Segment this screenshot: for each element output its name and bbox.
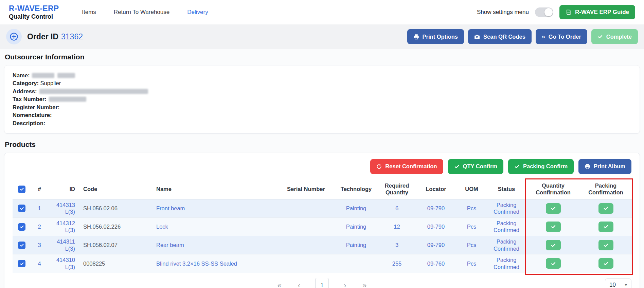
printer-icon [585,164,590,169]
cell-required-quantity: 3 [379,236,415,254]
row-checkbox[interactable] [18,260,25,267]
settings-toggle-label: Show settings menu [477,9,529,16]
main-content: Outsourcer Information Name: Category: S… [0,53,644,288]
outsourcer-category-line: Category: Supplier [13,79,631,87]
print-options-label: Print Options [423,34,458,40]
col-header-name: Name [152,179,279,199]
check-icon [454,164,460,169]
nav-links: Items Return To Warehouse Delivery [82,9,208,16]
cell-required-quantity: 12 [379,217,415,236]
packing-confirmation-button[interactable] [598,203,613,214]
row-checkbox[interactable] [18,242,25,249]
category-value: Supplier [40,80,61,86]
cell-uom: Pcs [457,199,486,217]
cell-id: 414313 L(3) [48,199,79,217]
print-album-button[interactable]: Print Album [578,159,631,174]
col-header-quantity-confirmation: Quantity Confirmation [527,179,579,199]
cell-uom: Pcs [457,254,486,273]
product-actions: Reset Confirmation QTY Confirm Packing C… [13,159,631,174]
cell-name[interactable]: Front beam [152,199,279,217]
packing-confirmation-button[interactable] [598,258,613,269]
previous-page-button[interactable]: ‹ [297,282,302,288]
select-all-checkbox[interactable] [18,186,25,193]
order-id-label: Order ID [27,32,58,41]
next-page-button[interactable]: › [342,282,347,288]
nav-item-delivery[interactable]: Delivery [187,9,208,16]
print-options-button[interactable]: Print Options [407,29,464,44]
circle-plus-icon[interactable] [6,29,22,44]
brand-block[interactable]: R-WAVE-ERP Quality Control [9,4,59,20]
category-label: Category: [13,80,39,86]
quantity-confirmation-button[interactable] [546,203,561,214]
cell-name[interactable]: Blind rivet 3.2×16 SS-SS Sealed [152,254,279,273]
outsourcer-name-line: Name: [13,72,631,79]
outsourcer-tax-line: Tax Number: [13,95,631,103]
table-row: 3 414311 L(3) SH.056.02.07 Rear beam Pai… [13,236,632,254]
quantity-confirmation-button[interactable] [546,258,561,269]
cell-id: 414310 L(3) [48,254,79,273]
chevron-down-icon: ▾ [625,282,627,287]
cell-id: 414311 L(3) [48,236,79,254]
page-size-select[interactable]: 10 ▾ [605,279,631,288]
col-header-uom: UOM [457,179,486,199]
quantity-confirmation-button[interactable] [546,240,561,250]
register-number-label: Register Number: [13,104,59,110]
qty-confirm-label: QTY Confirm [463,163,497,170]
cell-locator: 09-790 [415,217,457,236]
cell-technology: Painting [333,236,379,254]
cell-uom: Pcs [457,236,486,254]
page-size-value: 10 [609,282,616,288]
cell-id: 414312 L(3) [48,217,79,236]
outsourcer-card: Name: Category: Supplier Address: Tax Nu… [4,65,640,134]
first-page-button[interactable]: « [276,282,283,288]
scan-qr-codes-button[interactable]: Scan QR Codes [468,29,532,44]
check-icon [514,164,520,169]
quantity-confirmation-button[interactable] [546,222,561,232]
double-chevron-icon: » [542,34,545,40]
outsourcer-address-line: Address: [13,88,631,95]
last-page-button[interactable]: » [361,282,368,288]
settings-toggle[interactable] [535,7,553,17]
outsourcer-nomenclature-line: Nomenclature: [13,111,631,119]
outsourcer-section-title: Outsourcer Information [5,53,639,61]
cell-locator: 09-760 [415,254,457,273]
order-id-value[interactable]: 31362 [61,32,83,41]
outsourcer-description-line: Description: [13,119,631,127]
packing-confirmation-button[interactable] [598,240,613,250]
cell-name[interactable]: Lock [152,217,279,236]
page: R-WAVE-ERP Quality Control Items Return … [0,0,644,288]
toggle-knob [544,8,553,16]
cell-required-quantity: 255 [379,254,415,273]
table-header-row: # ID Code Name Serial Number Technology … [13,179,632,199]
scan-qr-codes-label: Scan QR Codes [483,34,525,40]
brand-title: R-WAVE-ERP [9,4,59,13]
row-checkbox[interactable] [18,205,25,212]
col-header-status: Status [486,179,527,199]
cell-row-number: 2 [31,217,48,236]
reset-confirmation-button[interactable]: Reset Confirmation [370,159,443,174]
row-checkbox[interactable] [18,223,25,231]
cell-name[interactable]: Rear beam [152,236,279,254]
current-page[interactable]: 1 [315,278,329,288]
col-header-locator: Locator [415,179,457,199]
description-label: Description: [13,120,45,126]
go-to-order-button[interactable]: » Go To Order [536,29,587,44]
packing-confirm-button[interactable]: Packing Confirm [508,159,574,174]
packing-confirmation-button[interactable] [598,222,613,232]
top-navbar: R-WAVE-ERP Quality Control Items Return … [0,0,644,24]
table-row: 1 414313 L(3) SH.056.02.06 Front beam Pa… [13,199,632,217]
col-header-packing-confirmation: Packing Confirmation [579,179,632,199]
cell-technology: Painting [333,217,379,236]
pagination: « ‹ 1 › » 10 ▾ [13,277,631,288]
products-table-wrap: # ID Code Name Serial Number Technology … [13,179,631,273]
cell-serial-number [279,236,333,254]
qty-confirm-button[interactable]: QTY Confirm [448,159,503,174]
nav-item-items[interactable]: Items [82,9,96,16]
cell-serial-number [279,199,333,217]
camera-icon [474,34,480,40]
cell-code: 0008225 [79,254,152,273]
complete-button[interactable]: Complete [591,29,638,44]
nav-item-return-to-warehouse[interactable]: Return To Warehouse [114,9,169,16]
erp-guide-button[interactable]: R-WAVE ERP Guide [559,5,635,19]
printer-icon [413,34,419,40]
